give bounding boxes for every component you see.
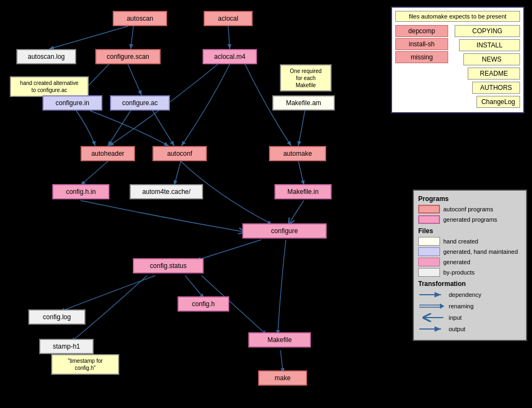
makefile-am-node: Makefile.am [272, 95, 335, 111]
aclocal-m4-node: aclocal.m4 [203, 49, 257, 64]
legend-generated: generated [418, 258, 522, 266]
timestamp-note: "timestamp for config.h" [51, 354, 119, 375]
svg-line-16 [280, 350, 283, 373]
configure-scan-node: configure.scan [95, 49, 161, 64]
configure-node: configure [242, 223, 327, 239]
legend-transform-title: Transformation [418, 280, 522, 288]
config-h-in-node: config.h.in [52, 184, 109, 199]
legend-renaming: renaming [418, 301, 522, 311]
make-node: make [258, 370, 307, 386]
changelog-item: ChangeLog [476, 96, 520, 108]
config-log-node: config.log [28, 309, 85, 325]
svg-line-10 [81, 161, 108, 185]
makefile-node: Makefile [248, 332, 311, 348]
legend-autoconf-programs: autoconf programs [418, 205, 522, 214]
missing-item: missing [395, 51, 448, 63]
config-status-node: config.status [133, 258, 204, 273]
autoscan-log-node: autoscan.log [16, 49, 76, 64]
svg-line-12 [298, 161, 304, 185]
legend-generated-programs: generated programs [418, 215, 522, 224]
install-item: INSTALL [459, 39, 520, 51]
configure-in-node: configure.in [42, 95, 102, 111]
stamp-h1-node: stamp-h1 [39, 339, 94, 354]
hand-created-note: hand created alternative to configure.ac [10, 76, 89, 97]
svg-line-4 [228, 26, 230, 49]
one-required-note: One required for each Makefile [280, 64, 332, 92]
automake-node: automake [269, 146, 326, 161]
readme-item: README [468, 68, 520, 80]
svg-line-5 [128, 64, 142, 95]
files-box-header: files automake expects to be present [395, 11, 520, 22]
svg-line-9 [298, 111, 305, 146]
legend-output: output [418, 324, 522, 334]
svg-line-7 [108, 111, 131, 146]
legend-programs-title: Programs [418, 195, 522, 203]
legend-files-title: Files [418, 227, 522, 235]
legend-input: input [418, 313, 522, 322]
configure-ac-node: configure.ac [110, 95, 170, 111]
legend-dependency: dependency [418, 290, 522, 300]
config-h-node: config.h [178, 296, 229, 312]
legend-gen-hand: generated, hand maintained [418, 247, 522, 256]
makefile-in-node: Makefile.in [274, 184, 332, 199]
svg-line-8 [152, 111, 174, 146]
news-item: NEWS [463, 53, 520, 65]
authors-item: AUTHORS [472, 82, 520, 94]
install-sh-item: install-sh [395, 38, 448, 50]
files-automake-box: files automake expects to be present dep… [391, 7, 524, 113]
legend-box: Programs autoconf programs generated pro… [413, 190, 527, 341]
svg-line-13 [196, 240, 261, 260]
aclocal-node: aclocal [204, 11, 253, 26]
svg-marker-23 [440, 303, 444, 309]
svg-line-2 [49, 26, 128, 49]
svg-line-3 [131, 26, 133, 49]
depcomp-item: depcomp [395, 25, 448, 37]
copying-item: COPYING [455, 25, 520, 37]
svg-line-11 [174, 161, 181, 185]
autoscan-node: autoscan [113, 11, 167, 26]
autoconf-node: autoconf [152, 146, 207, 161]
legend-hand-created: hand created [418, 237, 522, 246]
svg-line-14 [185, 276, 204, 299]
autoheader-node: autoheader [81, 146, 135, 161]
legend-byproducts: by-products [418, 268, 522, 277]
autom4te-cache-node: autom4te.cache/ [130, 184, 203, 199]
